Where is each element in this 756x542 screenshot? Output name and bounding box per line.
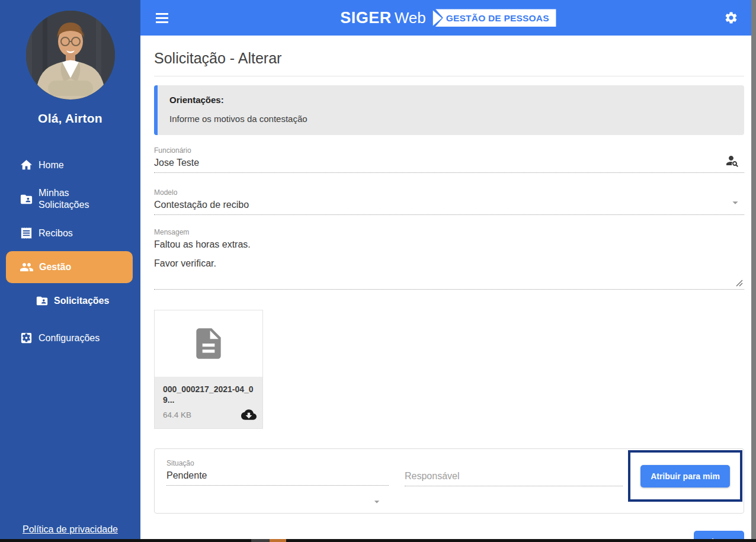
top-app-bar: SIGER Web GESTÃO DE PESSOAS bbox=[140, 0, 756, 36]
title-divider bbox=[154, 76, 744, 76]
vertical-scrollbar[interactable] bbox=[751, 0, 756, 542]
assignment-section: Situação Pendente Atribuir para mim bbox=[154, 448, 744, 514]
logo-web-text: Web bbox=[395, 9, 426, 27]
guidance-text: Informe os motivos da contestação bbox=[169, 114, 732, 124]
funcionario-value[interactable]: Jose Teste bbox=[154, 155, 744, 173]
sidebar-item-configuracoes[interactable]: Configurações bbox=[0, 326, 140, 350]
avatar bbox=[26, 11, 115, 100]
assign-to-me-button[interactable]: Atribuir para mim bbox=[640, 465, 730, 488]
tutorial-highlight-box: Atribuir para mim bbox=[628, 450, 742, 502]
avatar-photo bbox=[26, 11, 115, 100]
resize-handle-icon[interactable] bbox=[736, 280, 743, 287]
chevron-down-icon[interactable] bbox=[729, 196, 742, 209]
gear-icon[interactable] bbox=[724, 11, 738, 25]
modelo-label: Modelo bbox=[154, 188, 744, 197]
mensagem-label: Mensagem bbox=[154, 228, 744, 236]
mensagem-line: Faltou as horas extras. bbox=[154, 239, 744, 250]
folder-shared-icon bbox=[20, 193, 33, 206]
chevron-down-icon[interactable] bbox=[371, 496, 383, 508]
main-area: SIGER Web GESTÃO DE PESSOAS Solicitação … bbox=[140, 0, 756, 542]
situacao-select[interactable]: Situação Pendente bbox=[166, 459, 389, 513]
cloud-download-icon[interactable] bbox=[241, 407, 257, 422]
people-icon bbox=[20, 260, 34, 274]
attachment-footer: 000_000217_2021-04_09... 64.4 KB bbox=[155, 377, 262, 428]
situacao-value[interactable]: Pendente bbox=[166, 467, 389, 486]
page-title: Solicitação - Alterar bbox=[154, 50, 744, 67]
attachment-size: 64.4 KB bbox=[163, 410, 191, 419]
mensagem-value[interactable]: Faltou as horas extras. Favor verificar. bbox=[154, 236, 744, 290]
mensagem-line: Favor verificar. bbox=[154, 258, 744, 269]
sidebar: Olá, Airton Home Minhas Solicitações Rec… bbox=[0, 0, 140, 542]
responsavel-input[interactable] bbox=[405, 468, 623, 486]
sidebar-nav: Home Minhas Solicitações Recibos Gestão bbox=[0, 153, 140, 350]
privacy-policy-link[interactable]: Política de privacidade bbox=[0, 524, 140, 535]
sidebar-item-recibos[interactable]: Recibos bbox=[0, 221, 140, 245]
mensagem-textarea[interactable]: Mensagem Faltou as horas extras. Favor v… bbox=[154, 228, 744, 290]
guidance-title: Orientações: bbox=[169, 95, 732, 105]
user-greeting: Olá, Airton bbox=[0, 111, 140, 126]
sidebar-item-label: Configurações bbox=[39, 332, 100, 344]
sidebar-item-minhas-solicitacoes[interactable]: Minhas Solicitações bbox=[0, 182, 124, 216]
taskbar-segment bbox=[270, 539, 286, 542]
attachment-preview bbox=[155, 310, 262, 377]
sidebar-item-label: Recibos bbox=[39, 227, 73, 239]
app-logo: SIGER Web GESTÃO DE PESSOAS bbox=[340, 9, 556, 27]
sidebar-item-home[interactable]: Home bbox=[0, 153, 140, 177]
sidebar-item-label: Gestão bbox=[39, 261, 71, 273]
sidebar-item-label: Solicitações bbox=[54, 295, 109, 307]
folder-shared-icon bbox=[36, 294, 49, 307]
responsavel-field[interactable] bbox=[405, 459, 623, 513]
sidebar-item-gestao[interactable]: Gestão bbox=[6, 251, 133, 283]
app-window: Olá, Airton Home Minhas Solicitações Rec… bbox=[0, 0, 756, 542]
funcionario-label: Funcionário bbox=[154, 146, 744, 155]
attachment-card[interactable]: 000_000217_2021-04_09... 64.4 KB bbox=[154, 310, 263, 429]
menu-icon[interactable] bbox=[156, 13, 168, 23]
logo-siger-text: SIGER bbox=[340, 9, 392, 27]
funcionario-field[interactable]: Funcionário Jose Teste bbox=[154, 146, 744, 173]
taskbar-segment bbox=[251, 539, 270, 542]
receipt-icon bbox=[20, 226, 33, 240]
document-icon bbox=[190, 325, 227, 362]
modelo-value[interactable]: Contestação de recibo bbox=[154, 197, 744, 215]
logo-badge: GESTÃO DE PESSOAS bbox=[435, 9, 556, 27]
modelo-select[interactable]: Modelo Contestação de recibo bbox=[154, 188, 744, 215]
sidebar-item-label: Minhas Solicitações bbox=[39, 187, 120, 211]
taskbar-edge bbox=[0, 539, 756, 542]
sidebar-item-label: Home bbox=[39, 159, 64, 171]
home-icon bbox=[20, 158, 33, 172]
guidance-box: Orientações: Informe os motivos da conte… bbox=[154, 85, 744, 135]
settings-applications-icon bbox=[20, 331, 33, 345]
person-search-icon[interactable] bbox=[725, 153, 739, 168]
attachment-filename: 000_000217_2021-04_09... bbox=[163, 384, 254, 405]
situacao-label: Situação bbox=[166, 459, 389, 467]
page-content: Solicitação - Alterar Orientações: Infor… bbox=[140, 36, 756, 542]
sidebar-item-solicitacoes[interactable]: Solicitações bbox=[0, 289, 140, 313]
